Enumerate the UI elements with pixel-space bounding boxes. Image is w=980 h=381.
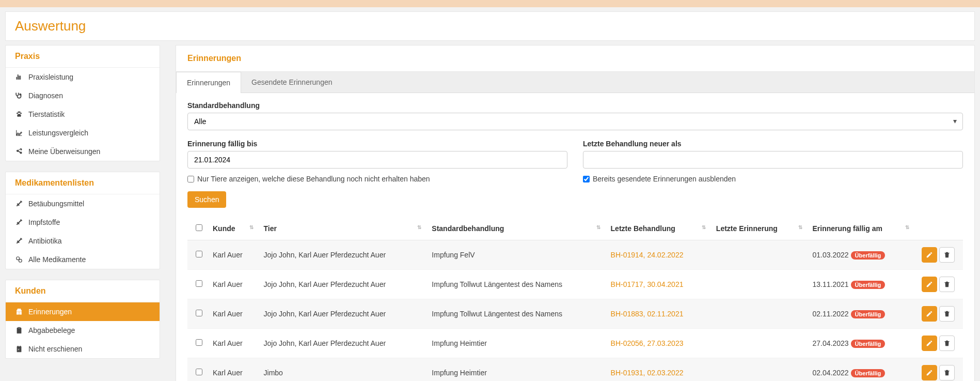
sidebar-item-medikamente-1[interactable]: Impfstoffe: [6, 213, 160, 232]
sidebar-item-label: Tierstatistik: [28, 110, 65, 118]
sidebar-item-kunden-0[interactable]: Erinnerungen: [6, 302, 160, 321]
row-checkbox[interactable]: [196, 369, 202, 375]
sidebar-panel-kunden: Kunden ErinnerungenAbgabebelegeNicht ers…: [5, 280, 160, 359]
edit-button[interactable]: [922, 336, 937, 351]
cell-faellig: 13.11.2021Überfällig: [808, 270, 914, 299]
sort-icon[interactable]: ⇅: [798, 224, 802, 230]
column-header-4[interactable]: Letzte Behandlung⇅: [606, 217, 711, 240]
cell-kunde: Karl Auer: [208, 270, 259, 299]
sidebar-item-label: Abgabebelege: [28, 326, 75, 334]
sidebar-item-label: Antibiotika: [28, 237, 62, 245]
sort-icon[interactable]: ⇅: [596, 224, 600, 230]
page-title: Auswertung: [15, 18, 965, 34]
sidebar-item-medikamente-3[interactable]: Alle Medikamente: [6, 250, 160, 269]
delete-button[interactable]: [939, 336, 955, 351]
checkbox-ausblenden-label: Bereits gesendete Erinnerungen ausblende…: [593, 175, 736, 183]
sort-icon[interactable]: ⇅: [702, 224, 706, 230]
sidebar-item-medikamente-2[interactable]: Antibiotika: [6, 232, 160, 250]
share-icon: [15, 148, 23, 155]
sidebar-item-praxis-1[interactable]: Diagnosen: [6, 86, 160, 105]
cell-behandlung: Impfung Heimtier: [426, 358, 605, 382]
column-header-1[interactable]: Kunde⇅: [208, 217, 259, 240]
delete-button[interactable]: [939, 277, 955, 292]
edit-button[interactable]: [922, 365, 937, 380]
row-checkbox[interactable]: [196, 310, 202, 316]
sort-icon[interactable]: ⇅: [249, 224, 254, 230]
row-checkbox[interactable]: [196, 251, 202, 257]
page-header: Auswertung: [5, 11, 975, 41]
column-header-5[interactable]: Letzte Erinnerung⇅: [711, 217, 808, 240]
column-header-7: [914, 217, 963, 240]
main-content: Erinnerungen ErinnerungenGesendete Erinn…: [176, 45, 975, 381]
sidebar-item-label: Meine Überweisungen: [28, 147, 100, 156]
cell-faellig: 01.03.2022Überfällig: [808, 240, 914, 270]
edit-button[interactable]: [922, 277, 937, 292]
select-standardbehandlung[interactable]: Alle: [187, 113, 963, 130]
sort-icon[interactable]: ⇅: [905, 224, 909, 230]
search-button[interactable]: Suchen: [187, 191, 226, 208]
tab-bar: ErinnerungenGesendete Erinnerungen: [176, 72, 974, 93]
sidebar-panel-medikamente: Medikamentenlisten BetäubungsmittelImpfs…: [5, 172, 160, 269]
edit-button[interactable]: [922, 247, 937, 263]
sidebar-item-praxis-3[interactable]: Leistungsvergleich: [6, 124, 160, 142]
line-chart-icon: [15, 129, 23, 136]
pills-icon: [15, 256, 23, 263]
link-letzte-behandlung[interactable]: BH-01717, 30.04.2021: [611, 280, 684, 288]
cell-tier: Jojo John, Karl Auer Pferdezucht Auer: [259, 299, 427, 329]
sidebar-item-kunden-2[interactable]: Nicht erschienen: [6, 340, 160, 358]
cell-faellig: 27.04.2023Überfällig: [808, 329, 914, 358]
sidebar-panel-praxis: Praxis PraxisleistungDiagnosenTierstatis…: [5, 45, 160, 161]
table-row: Karl AuerJojo John, Karl Auer Pferdezuch…: [187, 299, 963, 329]
sidebar-item-praxis-2[interactable]: Tierstatistik: [6, 105, 160, 124]
sidebar-item-kunden-1[interactable]: Abgabebelege: [6, 321, 160, 340]
overdue-badge: Überfällig: [851, 251, 886, 260]
delete-button[interactable]: [939, 247, 955, 263]
sidebar-heading-praxis: Praxis: [6, 45, 160, 68]
bar-chart-icon: [15, 73, 23, 81]
table-row: Karl AuerJojo John, Karl Auer Pferdezuch…: [187, 270, 963, 299]
sidebar-item-label: Alle Medikamente: [28, 255, 86, 264]
delete-button[interactable]: [939, 365, 955, 380]
cell-tier: Jojo John, Karl Auer Pferdezucht Auer: [259, 270, 427, 299]
overdue-badge: Überfällig: [851, 281, 886, 289]
label-standardbehandlung: Standardbehandlung: [187, 101, 963, 110]
edit-button[interactable]: [922, 306, 937, 322]
cell-behandlung: Impfung Heimtier: [426, 329, 605, 358]
table-row: Karl AuerJojo John, Karl Auer Pferdezuch…: [187, 329, 963, 358]
input-letzte-behandlung[interactable]: [583, 151, 963, 169]
column-header-3[interactable]: Standardbehandlung⇅: [426, 217, 605, 240]
link-letzte-behandlung[interactable]: BH-01931, 02.03.2022: [611, 369, 684, 377]
cell-kunde: Karl Auer: [208, 240, 259, 270]
calendar-x-icon: [15, 345, 23, 353]
table-row: Karl AuerJojo John, Karl Auer Pferdezuch…: [187, 240, 963, 270]
sidebar-item-label: Impfstoffe: [28, 218, 60, 226]
sidebar-heading-medikamente: Medikamentenlisten: [6, 172, 160, 194]
link-letzte-behandlung[interactable]: BH-01883, 02.11.2021: [611, 310, 684, 318]
column-header-6[interactable]: Erinnerung fällig am⇅: [808, 217, 914, 240]
cell-behandlung: Impfung FelV: [426, 240, 605, 270]
checkbox-ausblenden[interactable]: [583, 176, 590, 182]
column-header-2[interactable]: Tier⇅: [259, 217, 427, 240]
label-faellig-bis: Erinnerung fällig bis: [187, 140, 567, 148]
delete-button[interactable]: [939, 306, 955, 322]
checkbox-nur-tiere[interactable]: [187, 176, 194, 182]
cell-kunde: Karl Auer: [208, 358, 259, 382]
tab-1[interactable]: Gesendete Erinnerungen: [241, 72, 342, 93]
row-checkbox[interactable]: [196, 339, 202, 346]
tab-0[interactable]: Erinnerungen: [176, 72, 241, 93]
sidebar-item-medikamente-0[interactable]: Betäubungsmittel: [6, 194, 160, 213]
input-faellig-bis[interactable]: [187, 151, 567, 169]
syringe-icon: [15, 219, 23, 226]
sidebar-item-praxis-4[interactable]: Meine Überweisungen: [6, 142, 160, 161]
sidebar-item-praxis-0[interactable]: Praxisleistung: [6, 68, 160, 86]
row-checkbox[interactable]: [196, 280, 202, 287]
cell-letzte-erinnerung: [711, 240, 808, 270]
reminders-table: Kunde⇅Tier⇅Standardbehandlung⇅Letzte Beh…: [187, 217, 963, 381]
sidebar: Praxis PraxisleistungDiagnosenTierstatis…: [5, 45, 160, 381]
link-letzte-behandlung[interactable]: BH-02056, 27.03.2023: [611, 339, 684, 347]
link-letzte-behandlung[interactable]: BH-01914, 24.02.2022: [611, 251, 684, 259]
cell-letzte-erinnerung: [711, 358, 808, 382]
select-all-checkbox[interactable]: [196, 224, 202, 231]
column-header-0[interactable]: [187, 217, 208, 240]
sort-icon[interactable]: ⇅: [417, 224, 421, 230]
